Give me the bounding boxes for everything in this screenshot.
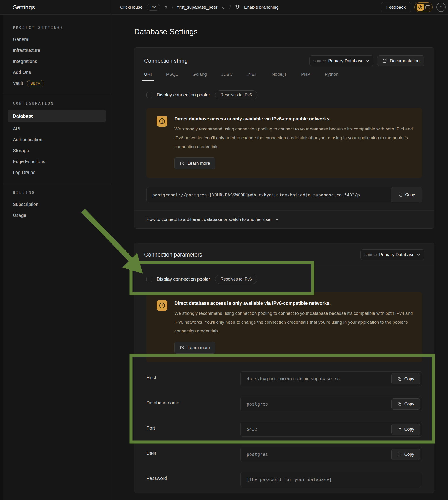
copy-user-button[interactable]: Copy (391, 449, 420, 460)
sidebar-item-infrastructure[interactable]: Infrastructure (3, 45, 111, 56)
project-status-button[interactable] (415, 2, 433, 12)
source-select[interactable]: source Primary Database (309, 55, 373, 66)
sidebar-item-storage[interactable]: Storage (3, 145, 111, 156)
connection-parameters-body: Display connection pooler Resolves to IP… (134, 266, 434, 493)
sidebar-item-integrations[interactable]: Integrations (3, 56, 111, 67)
copy-port-button[interactable]: Copy (391, 424, 420, 435)
source-select-label: source (313, 58, 326, 63)
sidebar-section-header-billing: BILLING (13, 190, 111, 195)
tab-php[interactable]: PHP (299, 72, 312, 81)
source-select[interactable]: source Primary Database (360, 249, 424, 260)
chevron-up-down-icon[interactable] (164, 5, 168, 10)
sidebar-list-configuration: Database API Authentication Storage Edge… (3, 110, 111, 178)
topbar: Settings ClickHouse Pro / first_supabase… (0, 0, 448, 15)
main-content: Database Settings Connection string sour… (111, 15, 448, 500)
window-left-rail (0, 0, 3, 500)
sidebar-item-usage[interactable]: Usage (3, 210, 111, 221)
port-value: 5432 (247, 427, 257, 432)
breadcrumb-org[interactable]: ClickHouse (120, 5, 143, 10)
sidebar-item-vault[interactable]: Vault BETA (3, 78, 111, 89)
connection-uri-value: postgresql://postgres:[YOUR-PASSWORD]@db… (152, 192, 360, 197)
warning-icon (157, 300, 167, 311)
connection-string-card: Connection string source Primary Databas… (134, 47, 434, 229)
connection-string-header: Connection string source Primary Databas… (134, 48, 434, 66)
breadcrumb-separator: / (229, 4, 231, 10)
database-name-field-row: Database name postgres Copy (146, 397, 422, 412)
notice-title: Direct database access is only available… (175, 300, 413, 306)
feedback-button[interactable]: Feedback (381, 2, 411, 12)
help-icon[interactable]: ? (436, 2, 446, 12)
tab-uri[interactable]: URI (142, 72, 154, 81)
copy-icon (398, 192, 403, 197)
source-select-label: source (364, 252, 377, 257)
port-input[interactable]: 5432 Copy (240, 422, 422, 437)
warning-icon (157, 116, 167, 127)
connection-uri-field[interactable]: postgresql://postgres:[YOUR-PASSWORD]@db… (146, 187, 422, 202)
connection-string-controls: source Primary Database Documentation (309, 55, 424, 66)
learn-more-button[interactable]: Learn more (175, 342, 215, 354)
pooler-row: Display connection pooler Resolves to IP… (146, 90, 422, 100)
learn-more-label: Learn more (187, 161, 210, 166)
sidebar-item-database[interactable]: Database (8, 110, 106, 122)
notice-content: Direct database access is only available… (175, 300, 413, 354)
tab-golang[interactable]: Golang (190, 72, 209, 81)
chevron-up-down-icon[interactable] (222, 5, 225, 10)
tab-psql[interactable]: PSQL (164, 72, 180, 81)
sidebar-item-authentication[interactable]: Authentication (3, 134, 111, 145)
display-connection-pooler-checkbox[interactable] (146, 92, 152, 98)
enable-branching-button[interactable]: Enable branching (244, 5, 279, 10)
ipv6-notice: Direct database access is only available… (146, 108, 422, 178)
sidebar-item-log-drains[interactable]: Log Drains (3, 167, 111, 178)
page-title: Database Settings (134, 27, 448, 36)
connection-string-title: Connection string (144, 58, 188, 64)
copy-database-name-button[interactable]: Copy (391, 399, 420, 410)
tab-python[interactable]: Python (322, 72, 341, 81)
connection-parameter-fields: Host db.cxhygiuitamxhniiddjm.supabase.co… (146, 371, 422, 493)
pooler-checkbox-label: Display connection pooler (157, 277, 210, 282)
ipv6-notice: Direct database access is only available… (146, 292, 422, 362)
settings-sidebar: PROJECT SETTINGS General Infrastructure … (3, 15, 111, 500)
password-placeholder: [The password for your database] (247, 477, 332, 482)
external-link-icon (180, 345, 185, 350)
copy-host-button[interactable]: Copy (391, 373, 420, 384)
chevron-down-icon (275, 217, 279, 222)
sidebar-item-add-ons[interactable]: Add Ons (3, 67, 111, 78)
learn-more-button[interactable]: Learn more (175, 157, 215, 169)
copy-button-label: Copy (404, 427, 414, 432)
copy-uri-button[interactable]: Copy (391, 187, 422, 202)
sidebar-item-edge-functions[interactable]: Edge Functions (3, 156, 111, 167)
connection-parameters-card: Connection parameters source Primary Dat… (134, 243, 434, 493)
tab-nodejs[interactable]: Node.js (269, 72, 289, 81)
pooler-row: Display connection pooler Resolves to IP… (146, 275, 422, 284)
display-connection-pooler-checkbox[interactable] (146, 277, 152, 282)
database-name-input[interactable]: postgres Copy (240, 397, 422, 412)
sidebar-section-header-project-settings: PROJECT SETTINGS (13, 25, 111, 30)
sidebar-item-subscription[interactable]: Subscription (3, 199, 111, 210)
host-label: Host (146, 375, 240, 381)
user-input[interactable]: postgres Copy (240, 447, 422, 462)
breadcrumb-project[interactable]: first_supabase_peer (177, 5, 218, 10)
tab-jdbc[interactable]: JDBC (219, 72, 235, 81)
user-value: postgres (247, 452, 268, 457)
copy-icon (398, 427, 402, 432)
sidebar-item-api[interactable]: API (3, 123, 111, 134)
resolves-to-ipv6-badge: Resolves to IPv6 (215, 275, 257, 284)
breadcrumb: ClickHouse Pro / first_supabase_peer / E… (111, 0, 448, 15)
connect-different-database-link[interactable]: How to connect to a different database o… (134, 210, 434, 228)
database-name-label: Database name (146, 400, 240, 406)
chevron-down-icon (416, 253, 420, 257)
page-section-title: Settings (13, 4, 35, 11)
documentation-button[interactable]: Documentation (377, 55, 424, 66)
host-input[interactable]: db.cxhygiuitamxhniiddjm.supabase.co Copy (240, 371, 422, 386)
copy-button-label: Copy (405, 192, 415, 197)
password-input[interactable]: [The password for your database] (240, 472, 422, 487)
source-select-value: Primary Database (328, 58, 364, 63)
sidebar-item-general[interactable]: General (3, 34, 111, 45)
connection-parameters-controls: source Primary Database (360, 249, 424, 260)
resolves-to-ipv6-badge: Resolves to IPv6 (215, 90, 257, 100)
breadcrumb-separator: / (172, 4, 173, 10)
copy-icon (398, 402, 402, 406)
documentation-button-label: Documentation (390, 58, 420, 63)
tab-dotnet[interactable]: .NET (245, 72, 259, 81)
notice-body: We strongly recommend using connection p… (175, 309, 413, 335)
